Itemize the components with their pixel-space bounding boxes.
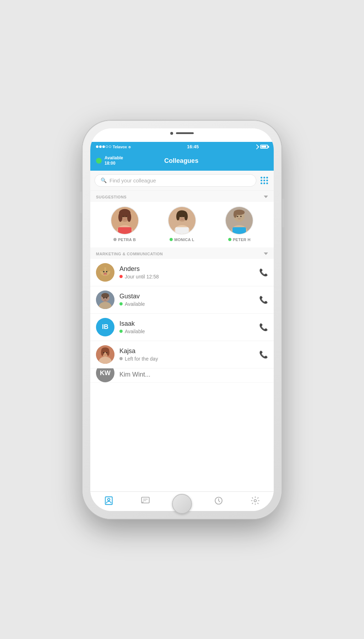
- svg-point-28: [100, 266, 105, 272]
- svg-point-14: [184, 212, 188, 220]
- camera-area: [170, 132, 194, 135]
- speaker: [176, 132, 194, 134]
- isaak-avatar: IB: [96, 318, 114, 336]
- kajsa-name: Kajsa: [119, 347, 254, 355]
- gustav-info: Gustav Available: [119, 293, 254, 307]
- svg-rect-8: [118, 227, 132, 234]
- svg-point-24: [240, 215, 242, 217]
- status-bar: Telavox ⌾ 16:45: [90, 142, 274, 152]
- svg-point-31: [106, 271, 107, 272]
- suggestion-monica[interactable]: MONICA L: [168, 206, 196, 242]
- gustav-avatar: [96, 291, 114, 309]
- settings-icon: [251, 496, 260, 505]
- suggestions-chevron[interactable]: [264, 196, 268, 198]
- isaak-call-button[interactable]: 📞: [259, 323, 268, 331]
- peter-status-dot: [228, 238, 231, 241]
- gustav-name: Gustav: [119, 293, 254, 300]
- wifi-icon: ⌾: [128, 145, 131, 149]
- kajsa-call-button[interactable]: 📞: [259, 350, 268, 359]
- svg-point-33: [104, 274, 106, 275]
- availability-badge[interactable]: Available 18:00: [96, 155, 123, 166]
- colleague-isaak[interactable]: IB Isaak Available 📞: [90, 314, 274, 341]
- messages-icon: [141, 496, 150, 505]
- anders-call-button[interactable]: 📞: [259, 268, 268, 277]
- marketing-chevron[interactable]: [264, 252, 268, 255]
- carrier-name: Telavox: [113, 145, 127, 149]
- marketing-label: MARKETING & COMMUNICATION: [96, 252, 163, 256]
- status-left: Telavox ⌾: [96, 145, 131, 149]
- monica-name-row: MONICA L: [170, 238, 194, 242]
- home-button[interactable]: [172, 494, 192, 514]
- monica-status-dot: [170, 238, 173, 241]
- scroll-content[interactable]: SUGGESTIONS: [90, 191, 274, 491]
- marketing-section-header[interactable]: MARKETING & COMMUNICATION: [90, 247, 274, 259]
- svg-point-38: [103, 297, 105, 299]
- petra-name-row: PETRA B: [113, 238, 136, 242]
- svg-point-16: [183, 215, 184, 217]
- contacts-icon: [104, 496, 113, 505]
- signal-bars: [96, 145, 111, 148]
- anders-status: Jour until 12:58: [119, 274, 254, 279]
- nav-history[interactable]: [211, 495, 226, 507]
- svg-rect-17: [175, 227, 189, 234]
- location-icon: [254, 144, 259, 149]
- peter-name-row: PETER H: [228, 238, 251, 242]
- phone-frame: Telavox ⌾ 16:45 Available 18:00 Colleagu…: [82, 121, 282, 519]
- grid-icon[interactable]: [259, 175, 269, 186]
- anders-status-dot: [119, 275, 123, 278]
- phone-top-hardware: [90, 128, 274, 142]
- colleague-anders[interactable]: Anders Jour until 12:58 📞: [90, 259, 274, 286]
- colleague-gustav[interactable]: Gustav Available 📞: [90, 286, 274, 314]
- petra-avatar: [111, 206, 139, 235]
- camera-dot: [170, 132, 173, 135]
- suggestion-petra[interactable]: PETRA B: [111, 206, 139, 242]
- suggestions-label: SUGGESTIONS: [96, 195, 127, 199]
- colleague-kim[interactable]: KW Kim Wint...: [90, 368, 274, 383]
- isaak-status-dot: [119, 330, 123, 333]
- monica-avatar: [168, 206, 196, 235]
- svg-point-39: [106, 297, 107, 299]
- anders-info: Anders Jour until 12:58: [119, 265, 254, 279]
- history-icon: [214, 496, 223, 505]
- availability-text: Available 18:00: [105, 155, 123, 166]
- svg-point-49: [107, 498, 110, 501]
- suggestion-peter[interactable]: PETER H: [225, 206, 253, 242]
- svg-point-4: [118, 212, 122, 222]
- status-right: [255, 145, 268, 149]
- anders-avatar: [96, 263, 114, 282]
- gustav-status-dot: [119, 302, 123, 305]
- petra-status-dot: [113, 238, 117, 241]
- search-container: 🔍 Find your colleague: [90, 171, 274, 191]
- nav-settings[interactable]: [248, 495, 263, 507]
- kim-info: Kim Wint...: [119, 371, 268, 379]
- kajsa-status: Left for the day: [119, 356, 254, 362]
- isaak-name: Isaak: [119, 320, 254, 328]
- isaak-status: Available: [119, 329, 254, 334]
- isaak-info: Isaak Available: [119, 320, 254, 334]
- search-placeholder-text: Find your colleague: [109, 177, 156, 183]
- phone-screen: Telavox ⌾ 16:45 Available 18:00 Colleagu…: [90, 128, 274, 511]
- svg-point-29: [106, 266, 110, 272]
- svg-point-46: [103, 352, 105, 353]
- peter-name: PETER H: [233, 238, 251, 242]
- kim-avatar: KW: [96, 368, 114, 383]
- gustav-call-button[interactable]: 📞: [259, 295, 268, 304]
- svg-point-15: [180, 215, 181, 217]
- colleague-kajsa[interactable]: Kajsa Left for the day 📞: [90, 341, 274, 368]
- monica-name: MONICA L: [174, 238, 194, 242]
- svg-point-37: [101, 293, 109, 298]
- nav-contacts[interactable]: [101, 495, 116, 507]
- svg-point-7: [126, 215, 127, 217]
- nav-messages[interactable]: [138, 495, 153, 507]
- status-time: 16:45: [187, 144, 199, 149]
- header-title: Colleagues: [123, 157, 240, 165]
- kim-name: Kim Wint...: [119, 371, 268, 378]
- gustav-status: Available: [119, 301, 254, 307]
- search-icon: 🔍: [101, 177, 107, 183]
- search-bar[interactable]: 🔍 Find your colleague: [95, 174, 256, 187]
- availability-dot: [96, 158, 102, 164]
- svg-rect-25: [232, 227, 246, 234]
- suggestions-row: PETRA B: [90, 202, 274, 247]
- suggestions-section-header[interactable]: SUGGESTIONS: [90, 191, 274, 202]
- svg-point-13: [176, 212, 180, 220]
